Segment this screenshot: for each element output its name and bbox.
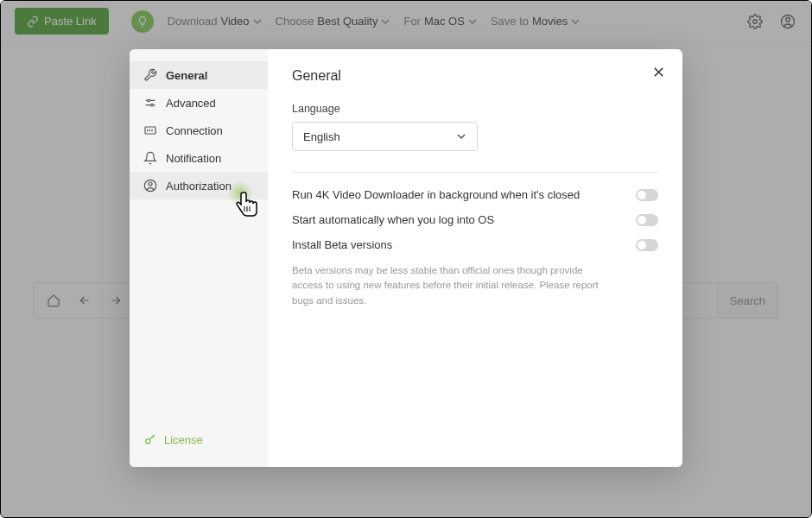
language-label: Language bbox=[292, 103, 658, 115]
language-select[interactable]: English bbox=[292, 122, 478, 151]
svg-point-12 bbox=[149, 182, 152, 186]
license-button[interactable]: License bbox=[130, 424, 268, 455]
modal-overlay: General Advanced Connection Notification… bbox=[1, 1, 811, 517]
user-icon bbox=[143, 179, 157, 193]
close-button[interactable] bbox=[650, 63, 667, 80]
modal-title: General bbox=[292, 68, 658, 84]
sidebar-item-advanced[interactable]: Advanced bbox=[130, 89, 268, 117]
bell-icon bbox=[143, 151, 157, 165]
setting-label: Install Beta versions bbox=[292, 238, 392, 251]
chevron-down-icon bbox=[456, 131, 466, 142]
toggle-install-beta[interactable] bbox=[636, 239, 658, 251]
sidebar-item-connection[interactable]: Connection bbox=[130, 117, 268, 144]
svg-point-5 bbox=[148, 99, 150, 102]
sidebar-item-label: Notification bbox=[166, 152, 221, 165]
setting-run-background: Run 4K Video Downloader in background wh… bbox=[292, 188, 658, 201]
setting-label: Start automatically when you log into OS bbox=[292, 213, 494, 226]
sidebar-item-label: Authorization bbox=[166, 180, 232, 193]
setting-label: Run 4K Video Downloader in background wh… bbox=[292, 188, 580, 201]
svg-point-6 bbox=[151, 104, 154, 106]
sidebar-item-general[interactable]: General bbox=[130, 61, 268, 89]
sidebar-item-notification[interactable]: Notification bbox=[130, 144, 268, 172]
modal-sidebar: General Advanced Connection Notification… bbox=[130, 49, 268, 467]
svg-point-13 bbox=[146, 439, 150, 443]
toggle-auto-start[interactable] bbox=[636, 214, 658, 226]
license-label: License bbox=[164, 433, 203, 446]
sidebar-item-label: Connection bbox=[166, 124, 223, 137]
svg-rect-7 bbox=[145, 127, 155, 134]
key-icon bbox=[143, 433, 157, 446]
language-value: English bbox=[303, 130, 340, 143]
app-window: Paste Link Download Video Choose Best Qu… bbox=[0, 0, 812, 518]
preferences-modal: General Advanced Connection Notification… bbox=[130, 49, 682, 467]
divider bbox=[292, 172, 658, 173]
sidebar-item-label: Advanced bbox=[166, 97, 216, 110]
connection-icon bbox=[143, 123, 157, 137]
general-icon bbox=[143, 68, 157, 82]
setting-auto-start: Start automatically when you log into OS bbox=[292, 213, 658, 226]
sliders-icon bbox=[143, 96, 157, 110]
setting-install-beta: Install Beta versions bbox=[292, 238, 658, 251]
close-icon bbox=[653, 66, 664, 78]
sidebar-item-authorization[interactable]: Authorization bbox=[130, 172, 268, 199]
modal-content: General Language English Run 4K Video Do… bbox=[268, 49, 682, 467]
toggle-run-background[interactable] bbox=[636, 189, 658, 201]
sidebar-item-label: General bbox=[166, 69, 207, 82]
beta-note: Beta versions may be less stable than of… bbox=[292, 263, 603, 308]
